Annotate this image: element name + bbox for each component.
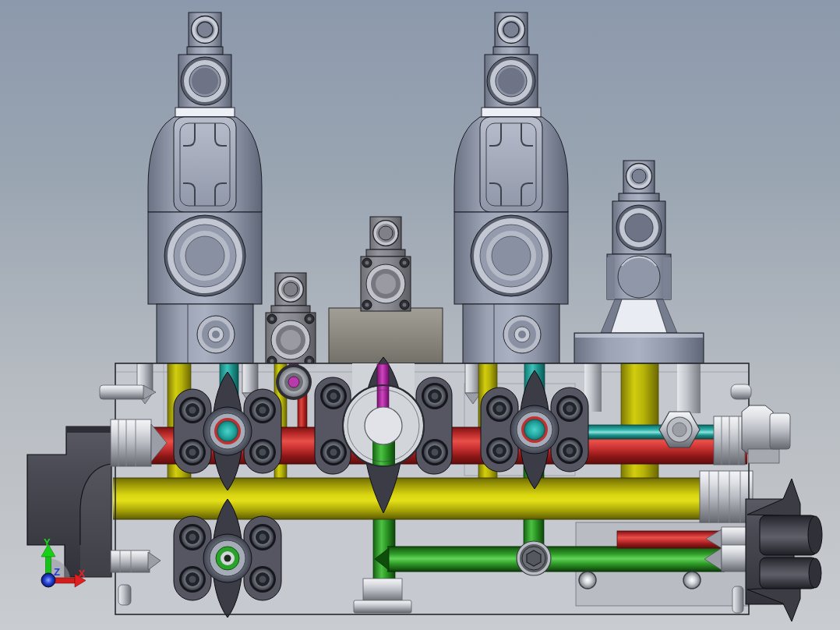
sae-flange-right[interactable] — [481, 370, 588, 489]
axis-z-label: Z — [54, 566, 60, 578]
stud-right-top[interactable] — [731, 384, 751, 399]
cad-viewport[interactable]: Z Y X — [0, 0, 840, 630]
left-port-housing[interactable] — [27, 426, 111, 577]
left-plug-top[interactable] — [100, 385, 156, 399]
stud-below-right[interactable] — [732, 586, 743, 613]
coupler-yellow-end[interactable] — [700, 471, 753, 522]
cartridge-valve-small-center[interactable] — [361, 217, 411, 311]
pipe-yellow-main[interactable] — [113, 478, 704, 519]
solenoid-valve-right[interactable] — [454, 12, 568, 363]
cartridge-valve-small-left[interactable] — [266, 273, 316, 367]
hex-socket-plug[interactable] — [517, 541, 551, 575]
right-port-housing[interactable] — [746, 479, 822, 621]
magenta-port-fitting[interactable] — [276, 364, 312, 400]
stud-below-left[interactable] — [118, 585, 131, 605]
magenta-pipe-through-bore — [377, 364, 389, 409]
cavity-bore — [677, 363, 701, 413]
dome-bolt[interactable] — [579, 572, 596, 589]
axis-y-label: Y — [44, 536, 51, 548]
axis-z-origin — [41, 573, 55, 587]
axis-x-label: X — [78, 568, 85, 579]
solenoid-valve-left[interactable] — [148, 12, 262, 363]
model-render: Z Y X — [0, 0, 840, 630]
dome-bolt[interactable] — [683, 572, 701, 589]
relief-valve-right[interactable] — [574, 161, 704, 363]
sae-flange-left[interactable] — [174, 372, 281, 490]
sae-flange-bottom[interactable] — [174, 499, 281, 618]
mounting-box[interactable] — [329, 308, 443, 364]
